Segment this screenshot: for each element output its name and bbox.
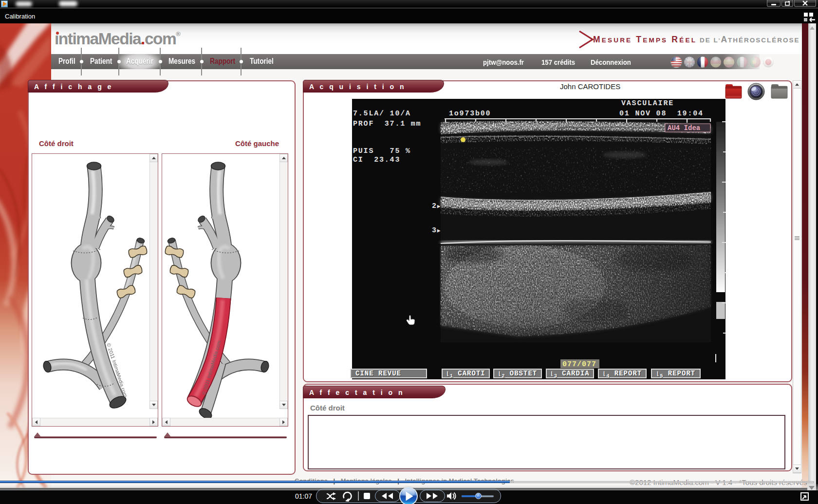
svg-text:077/077: 077/077 (562, 360, 596, 369)
svg-text:AU4 Idea: AU4 Idea (668, 124, 701, 132)
svg-text:DE L'ATHÉROSCLÉROSE: DE L'ATHÉROSCLÉROSE (700, 35, 800, 44)
svg-text:MESURE TEMPS RÉEL: MESURE TEMPS RÉEL (593, 35, 697, 44)
